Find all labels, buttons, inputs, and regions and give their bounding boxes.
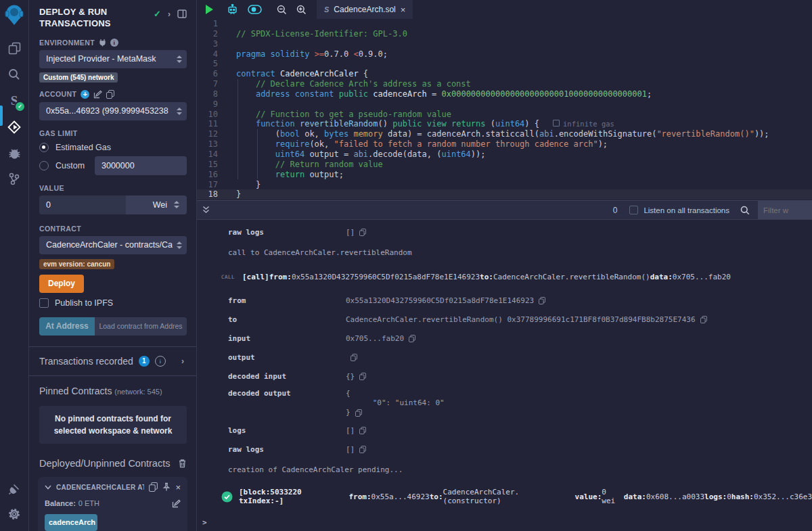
custom-gas-input[interactable]: 3000000 [95, 156, 187, 175]
zoom-in-icon[interactable] [292, 0, 311, 19]
ai-assistant-icon[interactable] [222, 0, 243, 19]
contract-select[interactable]: CadenceArchCaler - contracts/Cac [39, 236, 187, 254]
at-address-button[interactable]: At Address [39, 317, 95, 336]
row-label: raw logs [228, 445, 346, 454]
transactions-expand-icon[interactable]: › [181, 356, 184, 366]
environment-select[interactable]: Injected Provider - MetaMask [39, 50, 187, 68]
code-line[interactable]: 8 address constant public cadenceArch = … [197, 89, 812, 99]
transactions-count-badge: 1 [139, 356, 150, 367]
activity-bar: S ✓ [0, 0, 29, 531]
code-text: // SPDX-License-Identifier: GPL-3.0 [228, 29, 407, 39]
code-line[interactable]: 1 [197, 19, 812, 29]
search-icon[interactable] [0, 62, 28, 87]
infinite-gas-hint: infinite gas [553, 120, 614, 128]
debugger-icon[interactable] [0, 140, 28, 166]
line-number: 15 [197, 160, 228, 170]
add-account-icon[interactable]: + [81, 90, 89, 99]
terminal-row: call to CadenceArchCaler.revertibleRando… [197, 241, 812, 263]
code-line[interactable]: 9 [197, 99, 812, 110]
expand-terminal-icon[interactable] [197, 204, 215, 216]
deploy-button[interactable]: Deploy [39, 275, 84, 293]
deploy-run-panel: DEPLOY & RUN TRANSACTIONS ✓ › ENVIRONMEN… [29, 0, 197, 531]
code-line[interactable]: 17 } [197, 180, 812, 190]
chevron-down-icon[interactable] [45, 485, 51, 490]
code-line[interactable]: 2// SPDX-License-Identifier: GPL-3.0 [197, 29, 812, 39]
copilot-toggle-icon[interactable] [243, 0, 267, 19]
copy-icon[interactable] [700, 316, 707, 323]
code-line[interactable]: 11 function revertibleRandom() public vi… [197, 119, 812, 129]
code-line[interactable]: 6contract CadenceArchCaler { [197, 69, 812, 79]
row-value: {} [346, 372, 355, 381]
row-value: { "0": "uint64: 0"} [346, 389, 445, 417]
sign-message-icon[interactable] [93, 90, 102, 99]
copy-icon[interactable] [409, 335, 415, 342]
remix-logo-icon[interactable] [0, 1, 28, 31]
line-number: 14 [197, 149, 228, 160]
git-icon[interactable] [0, 166, 28, 191]
copy-icon[interactable] [539, 297, 545, 304]
deploy-run-icon[interactable] [0, 114, 28, 140]
transactions-info-icon[interactable]: i [155, 356, 166, 367]
edit-balance-icon[interactable] [172, 499, 181, 508]
code-line[interactable]: 3 [197, 39, 812, 49]
transactions-recorded-row[interactable]: Transactions recorded 1 i › [39, 347, 187, 375]
call-log-row[interactable]: CALL[call] from: 0x55a1320D432759960C5Df… [197, 263, 812, 291]
plugin-manager-icon[interactable] [0, 476, 28, 501]
tab-cadencearch-sol[interactable]: S CadenceArch.sol × [317, 0, 413, 19]
run-script-icon[interactable] [197, 0, 218, 19]
copy-icon[interactable] [351, 354, 357, 361]
solidity-compiler-icon[interactable]: S ✓ [0, 88, 28, 114]
clear-deployed-icon[interactable] [178, 459, 187, 468]
copy-address-icon[interactable] [149, 482, 158, 492]
settings-gear-icon[interactable] [0, 501, 28, 527]
file-explorer-icon[interactable] [0, 35, 28, 61]
value-unit-select[interactable]: Wei [126, 195, 187, 214]
code-line[interactable]: 7 // Declare Cadence Arch's address as a… [197, 79, 812, 89]
code-line[interactable]: 16 return output; [197, 170, 812, 180]
copy-icon[interactable] [359, 446, 366, 453]
row-label: to [228, 315, 346, 324]
pin-panel-icon[interactable] [177, 9, 187, 18]
code-line[interactable]: 10 // Function to get a pseudo-random va… [197, 110, 812, 120]
terminal-row: output [197, 348, 812, 367]
code-area[interactable]: 12// SPDX-License-Identifier: GPL-3.034p… [197, 19, 812, 200]
environment-info-icon[interactable]: i [110, 39, 118, 47]
deployed-contract-name[interactable]: CADENCEARCHCALER AT 0) [56, 484, 144, 491]
listen-all-checkbox[interactable] [629, 206, 638, 214]
code-line[interactable]: 4pragma solidity >=0.7.0 <0.9.0; [197, 49, 812, 60]
copy-icon[interactable] [359, 373, 366, 380]
cadence-arch-function-button[interactable]: cadenceArch [45, 514, 97, 531]
code-text [228, 39, 236, 49]
block-log-row[interactable]: [block:5033220 txIndex:-] from: 0x55a...… [197, 480, 812, 513]
terminal-row: input0x705...fab20 [197, 329, 812, 348]
zoom-out-icon[interactable] [272, 0, 292, 19]
code-line[interactable]: 12 (bool ok, bytes memory data) = cadenc… [197, 129, 812, 139]
account-select[interactable]: 0x55a...46923 (999.9999453238 [39, 102, 187, 120]
copy-icon[interactable] [355, 409, 362, 417]
code-line[interactable]: 13 require(ok, "failed to fetch a random… [197, 139, 812, 149]
terminal-prompt[interactable]: > [202, 518, 207, 527]
value-input[interactable]: 0 [39, 195, 126, 214]
close-tab-icon[interactable]: × [401, 5, 406, 15]
copy-icon[interactable] [359, 229, 366, 236]
code-line[interactable]: 15 // Return random value [197, 160, 812, 170]
pin-contract-icon[interactable] [162, 482, 171, 492]
code-line[interactable]: 14 uint64 output = abi.decode(data, (uin… [197, 149, 812, 160]
code-text: // Declare Cadence Arch's address as a c… [228, 79, 471, 89]
terminal-search-icon[interactable] [740, 206, 750, 215]
terminal-filter-input[interactable] [758, 201, 812, 219]
remove-contract-icon[interactable]: × [175, 482, 181, 492]
line-number: 4 [197, 49, 228, 60]
estimated-gas-radio[interactable]: Estimated Gas [39, 143, 187, 152]
code-line[interactable]: 5 [197, 59, 812, 69]
custom-gas-radio[interactable]: Custom [39, 161, 88, 170]
copy-account-icon[interactable] [106, 90, 114, 99]
line-number: 6 [197, 69, 228, 79]
code-line[interactable]: 18} [197, 189, 812, 200]
publish-to-ipfs-checkbox[interactable]: Publish to IPFS [39, 298, 187, 308]
gas-book-icon [553, 120, 560, 126]
terminal-row: creation of CadenceArchCaler pending... [197, 459, 812, 480]
collapse-panel-icon[interactable]: › [168, 9, 171, 19]
at-address-input[interactable]: Load contract from Addres [95, 317, 187, 336]
copy-icon[interactable] [359, 427, 366, 434]
